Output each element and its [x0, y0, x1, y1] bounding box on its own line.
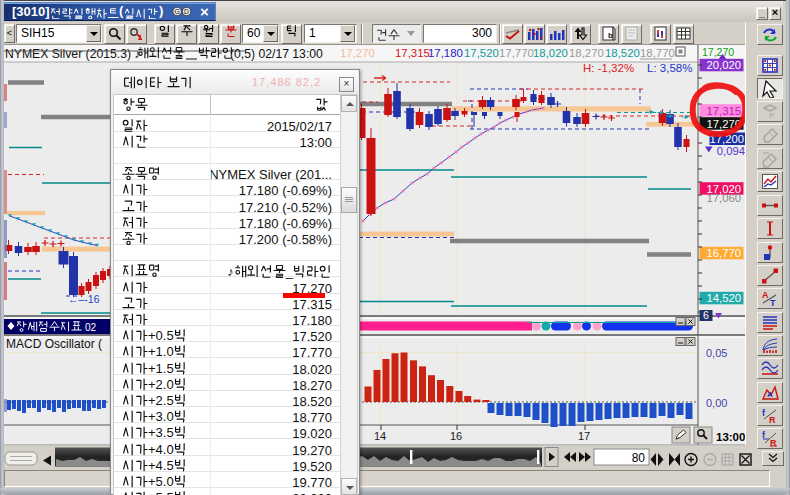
svg-text:13:00: 13:00 [716, 431, 745, 443]
svg-text:80: 80 [632, 451, 646, 465]
svg-text:17,060: 17,060 [706, 192, 741, 204]
svg-text:0,00: 0,00 [706, 397, 727, 409]
svg-text:L: 3,58%: L: 3,58% [647, 62, 692, 74]
svg-text:20,020: 20,020 [706, 59, 741, 71]
svg-text:R: R [769, 415, 776, 425]
svg-text:14,520: 14,520 [706, 292, 741, 304]
svg-text:18,770: 18,770 [640, 47, 675, 59]
svg-text:18,520: 18,520 [605, 47, 640, 59]
svg-text:D: D [184, 8, 189, 15]
svg-text:14: 14 [374, 430, 386, 442]
svg-text:f: f [762, 408, 766, 418]
svg-text:b: b [608, 31, 613, 40]
svg-text:17,520: 17,520 [464, 47, 499, 59]
svg-text:16: 16 [450, 430, 462, 442]
svg-text:6: 6 [703, 309, 709, 321]
svg-text:02: 02 [85, 322, 97, 333]
svg-text:18,020: 18,020 [533, 47, 568, 59]
svg-text:A: A [762, 290, 769, 300]
svg-text:17,180: 17,180 [428, 47, 463, 59]
svg-text:NYMEX Silver (2015.3) ♪: NYMEX Silver (2015.3) ♪ [5, 47, 140, 61]
svg-text:0,094: 0,094 [717, 145, 745, 157]
svg-text:A: A [767, 390, 773, 399]
svg-text:17,270: 17,270 [702, 46, 734, 58]
svg-text:H: -1,32%: H: -1,32% [583, 62, 634, 74]
svg-text:MACD Oscillator (: MACD Oscillator ( [6, 337, 102, 351]
svg-text:18,270: 18,270 [569, 47, 604, 59]
svg-text:0,05: 0,05 [706, 347, 727, 359]
svg-text:17,270: 17,270 [340, 47, 375, 59]
svg-text:17,315: 17,315 [706, 105, 741, 117]
svg-text:P: P [769, 111, 774, 120]
svg-text:T: T [770, 298, 776, 308]
svg-text:17,315: 17,315 [395, 47, 430, 59]
svg-text:G: G [174, 8, 179, 15]
svg-text:17,770: 17,770 [499, 47, 534, 59]
svg-text:17: 17 [578, 430, 590, 442]
svg-text:(0,5) 02/17 13:00: (0,5) 02/17 13:00 [230, 47, 323, 61]
svg-text:16,770: 16,770 [706, 247, 741, 259]
